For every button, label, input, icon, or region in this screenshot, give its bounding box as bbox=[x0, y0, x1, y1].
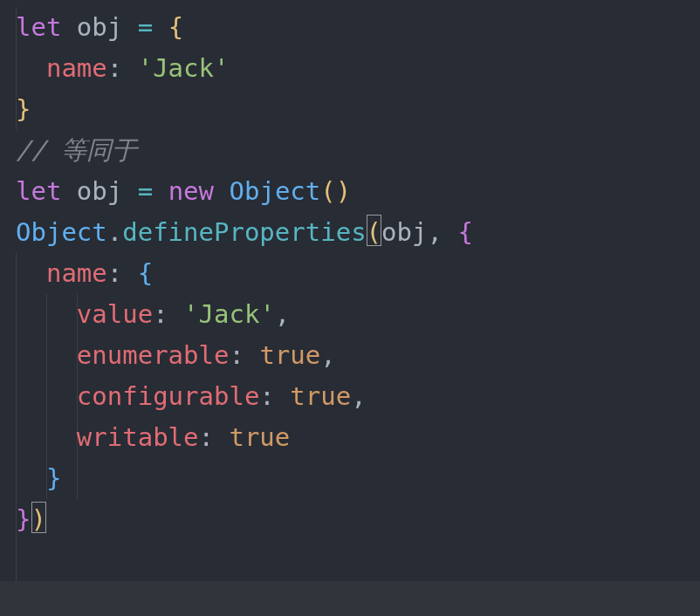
token-br-b: { bbox=[138, 258, 153, 288]
token-br-m: } bbox=[16, 504, 31, 534]
token-br-y: { bbox=[168, 12, 183, 42]
code-line[interactable]: Object.defineProperties(obj, { bbox=[16, 212, 700, 253]
token-pun: . bbox=[107, 217, 122, 247]
token-br-m: { bbox=[457, 217, 472, 247]
token-prop: name bbox=[46, 53, 107, 83]
token-fn: defineProperties bbox=[122, 217, 366, 247]
token-pun bbox=[61, 176, 76, 206]
code-editor[interactable]: let obj = { name: 'Jack'}// 等同于let obj =… bbox=[16, 7, 700, 540]
token-bool: true bbox=[290, 381, 351, 411]
token-pun: , bbox=[427, 217, 457, 247]
token-pun bbox=[122, 176, 137, 206]
token-pun bbox=[16, 422, 77, 452]
token-str: 'Jack' bbox=[138, 53, 230, 83]
token-pun bbox=[153, 176, 168, 206]
token-pun: : bbox=[259, 381, 290, 411]
token-bool: true bbox=[259, 340, 320, 370]
token-kw: new bbox=[168, 176, 214, 206]
token-kw: let bbox=[16, 176, 61, 206]
token-bool: true bbox=[229, 422, 290, 452]
code-line[interactable]: name: 'Jack' bbox=[16, 48, 700, 89]
token-br-y: } bbox=[16, 94, 31, 124]
token-prop: configurable bbox=[77, 381, 260, 411]
token-prop: writable bbox=[77, 422, 199, 452]
token-pun bbox=[16, 299, 77, 329]
code-line[interactable]: } bbox=[16, 89, 700, 130]
code-line[interactable]: // 等同于 bbox=[16, 130, 700, 171]
token-op: = bbox=[138, 176, 153, 206]
token-pun: : bbox=[153, 299, 183, 329]
code-line[interactable]: }) bbox=[16, 499, 700, 540]
token-prop: name bbox=[46, 258, 107, 288]
token-pun bbox=[214, 176, 229, 206]
code-line[interactable]: name: { bbox=[16, 253, 700, 294]
token-pun: : bbox=[107, 53, 138, 83]
token-pun: : bbox=[199, 422, 230, 452]
token-pun: , bbox=[351, 381, 366, 411]
token-pun: , bbox=[320, 340, 335, 370]
token-var: obj bbox=[77, 12, 122, 42]
token-pun bbox=[153, 12, 168, 42]
code-line[interactable]: value: 'Jack', bbox=[16, 294, 700, 335]
token-var: obj bbox=[77, 176, 122, 206]
token-br-y: ( bbox=[367, 217, 381, 247]
token-pun bbox=[61, 12, 76, 42]
active-line-highlight bbox=[0, 581, 700, 616]
token-pun: : bbox=[107, 258, 138, 288]
code-line[interactable]: configurable: true, bbox=[16, 376, 700, 417]
token-br-y: ) bbox=[31, 504, 45, 534]
token-br-y: ) bbox=[336, 176, 351, 206]
token-pun: : bbox=[229, 340, 259, 370]
token-cmt: // 等同于 bbox=[16, 135, 137, 165]
code-line[interactable]: } bbox=[16, 458, 700, 499]
token-br-b: } bbox=[46, 463, 61, 493]
token-pun bbox=[16, 53, 46, 83]
token-op: = bbox=[138, 12, 153, 42]
token-pun bbox=[16, 381, 77, 411]
code-line[interactable]: let obj = { bbox=[16, 7, 700, 48]
code-line[interactable]: let obj = new Object() bbox=[16, 171, 700, 212]
token-prop: enumerable bbox=[77, 340, 230, 370]
token-pun: , bbox=[275, 299, 290, 329]
token-str: 'Jack' bbox=[183, 299, 275, 329]
token-br-y: ( bbox=[320, 176, 335, 206]
token-pun bbox=[16, 340, 77, 370]
token-pun bbox=[122, 12, 137, 42]
token-var: obj bbox=[381, 217, 427, 247]
token-pun bbox=[16, 258, 46, 288]
token-pun bbox=[16, 463, 46, 493]
token-prop: value bbox=[77, 299, 153, 329]
token-cls: Object bbox=[230, 176, 321, 206]
code-line[interactable]: writable: true bbox=[16, 417, 700, 458]
token-cls: Object bbox=[16, 217, 107, 247]
token-kw: let bbox=[16, 12, 61, 42]
code-line[interactable]: enumerable: true, bbox=[16, 335, 700, 376]
